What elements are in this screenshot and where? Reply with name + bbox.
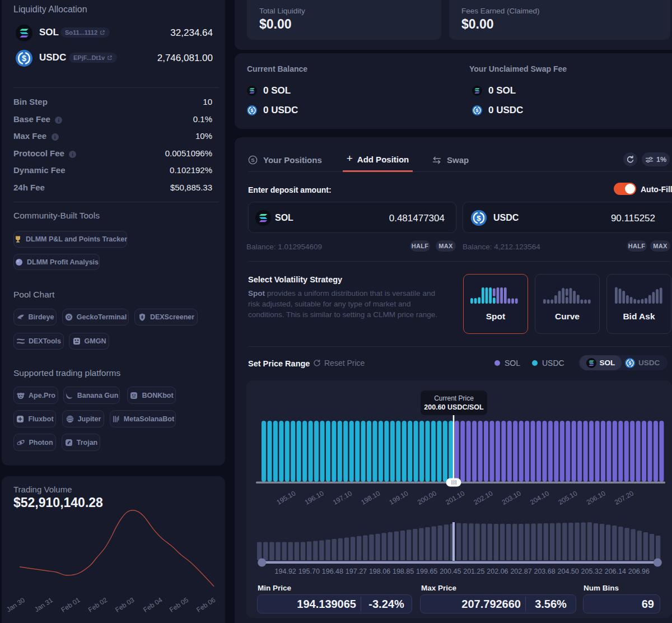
svg-text:Jan 30: Jan 30 — [5, 596, 26, 614]
svg-text:205.32: 205.32 — [581, 568, 603, 575]
svg-text:Feb 05: Feb 05 — [168, 596, 190, 613]
svg-text:204.50: 204.50 — [558, 568, 579, 575]
svg-text:195.10: 195.10 — [275, 489, 297, 506]
svg-text:201.10: 201.10 — [444, 489, 466, 506]
svg-text:207.20: 207.20 — [613, 489, 635, 506]
svg-text:Feb 01: Feb 01 — [60, 596, 82, 613]
svg-text:195.70: 195.70 — [298, 568, 320, 575]
svg-text:197.10: 197.10 — [332, 489, 353, 506]
svg-text:198.85: 198.85 — [393, 568, 414, 575]
svg-text:$: $ — [476, 108, 479, 113]
svg-text:Feb 04: Feb 04 — [142, 596, 164, 613]
svg-text:196.48: 196.48 — [322, 568, 343, 575]
svg-text:198.06: 198.06 — [369, 568, 390, 575]
svg-text:201.25: 201.25 — [463, 568, 484, 575]
svg-text:Feb 03: Feb 03 — [114, 596, 136, 613]
svg-text:203.68: 203.68 — [534, 568, 555, 575]
svg-text:$: $ — [22, 54, 26, 63]
svg-text:202.87: 202.87 — [510, 568, 531, 575]
svg-text:198.10: 198.10 — [360, 489, 381, 506]
svg-text:206.14: 206.14 — [605, 568, 626, 575]
svg-text:$: $ — [629, 360, 632, 366]
svg-text:202.10: 202.10 — [473, 489, 494, 506]
svg-text:200.45: 200.45 — [440, 568, 461, 575]
svg-text:196.10: 196.10 — [304, 489, 325, 506]
svg-text:Jan 31: Jan 31 — [33, 596, 54, 614]
svg-text:200.00: 200.00 — [416, 489, 438, 506]
svg-text:199.65: 199.65 — [416, 568, 437, 575]
svg-text:203.10: 203.10 — [501, 489, 522, 506]
svg-text:206.96: 206.96 — [628, 568, 650, 575]
svg-text:194.92: 194.92 — [275, 568, 296, 575]
svg-text:205.10: 205.10 — [557, 489, 578, 506]
svg-text:202.06: 202.06 — [487, 568, 508, 575]
svg-text:199.10: 199.10 — [388, 489, 410, 506]
svg-text:Feb 06: Feb 06 — [195, 596, 217, 613]
svg-text:Feb 02: Feb 02 — [87, 596, 109, 613]
svg-text:204.10: 204.10 — [529, 489, 550, 506]
svg-text:197.27: 197.27 — [346, 568, 367, 575]
svg-text:206.10: 206.10 — [585, 489, 607, 506]
svg-text:S: S — [251, 157, 254, 163]
svg-text:$: $ — [477, 214, 481, 222]
svg-text:$: $ — [251, 108, 254, 113]
